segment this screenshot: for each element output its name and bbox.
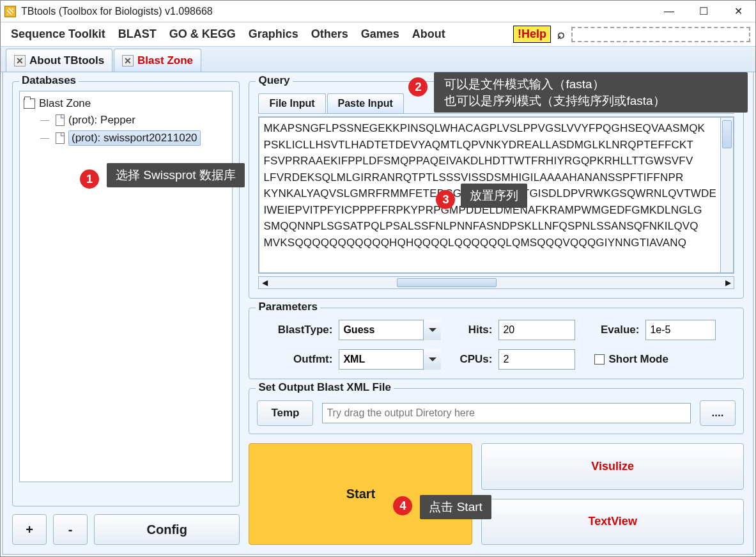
file-icon (56, 114, 65, 126)
tree-root-label: Blast Zone (39, 97, 91, 110)
menu-sequence-toolkit[interactable]: Sequence Toolkit (6, 25, 111, 43)
folder-icon (24, 98, 35, 109)
left-column: Databases Blast Zone (prot): Pepper (12, 81, 240, 545)
annotation-4: 点击 Start (420, 495, 491, 519)
right-column: Query File Input Paste Input MKAPSNGFLPS… (249, 81, 744, 545)
scroll-right-icon[interactable]: ▶ (722, 278, 734, 287)
parameters-panel: Parameters BlastType: Hits: Evalue: Outf… (249, 308, 744, 379)
annotation-1: 选择 Swissprot 数据库 (107, 163, 245, 187)
menu-graphics[interactable]: Graphics (243, 25, 304, 43)
horizontal-scrollbar[interactable]: ◀ ▶ (258, 276, 734, 289)
tab-label: Blast Zone (137, 54, 193, 67)
titlebar: TBtools (Toolbox for Biologists) v1.0986… (1, 1, 755, 22)
config-button[interactable]: Config (94, 514, 240, 545)
temp-button[interactable]: Temp (257, 400, 313, 426)
database-tree[interactable]: Blast Zone (prot): Pepper (prot): swissp… (19, 91, 233, 482)
database-buttons: + - Config (12, 514, 240, 545)
parameters-title: Parameters (256, 301, 320, 313)
app-window: TBtools (Toolbox for Biologists) v1.0986… (0, 0, 756, 557)
file-icon (56, 132, 65, 144)
databases-title: Databases (19, 74, 79, 87)
menu-others[interactable]: Others (306, 25, 353, 43)
menu-blast[interactable]: BLAST (113, 25, 162, 43)
menu-go-kegg[interactable]: GO & KEGG (164, 25, 241, 43)
tab-about-tbtools[interactable]: ✕ About TBtools (6, 49, 112, 72)
window-controls: — ☐ ✕ (652, 1, 755, 22)
tree-item[interactable]: (prot): Pepper (40, 112, 228, 129)
annotation-2: 可以是文件模式输入（fasta） 也可以是序列模式（支持纯序列或fasta） (434, 72, 748, 113)
tab-file-input[interactable]: File Input (258, 93, 325, 113)
hits-input[interactable] (498, 320, 575, 340)
evalue-input[interactable] (645, 320, 716, 340)
outfmt-label: Outfmt: (258, 353, 332, 366)
tree-item-label: (prot): Pepper (68, 114, 135, 127)
action-row: Start Visulize TextView (249, 443, 744, 545)
scroll-left-icon[interactable]: ◀ (259, 278, 270, 287)
blasttype-label: BlastType: (258, 324, 332, 336)
tree-item-label: (prot): swissport20211020 (68, 130, 201, 146)
menubar: Sequence Toolkit BLAST GO & KEGG Graphic… (1, 22, 755, 47)
hits-label: Hits: (447, 324, 492, 336)
add-database-button[interactable]: + (12, 514, 47, 545)
close-button[interactable]: ✕ (721, 1, 755, 22)
maximize-button[interactable]: ☐ (686, 1, 721, 22)
query-title: Query (256, 74, 292, 87)
menu-games[interactable]: Games (356, 25, 405, 43)
tab-label: About TBtools (29, 54, 104, 67)
output-panel: Set Output Blast XML File Temp .... (249, 388, 744, 434)
start-button[interactable]: Start (249, 443, 472, 545)
command-input[interactable] (571, 27, 750, 42)
checkbox-icon (594, 354, 605, 365)
menu-about[interactable]: About (407, 25, 451, 43)
annotation-3: 放置序列 (461, 184, 527, 208)
remove-database-button[interactable]: - (53, 514, 88, 545)
shortmode-checkbox[interactable]: Short Mode (594, 353, 668, 366)
annotation-badge-1: 1 (80, 169, 99, 189)
evalue-label: Evalue: (582, 324, 639, 336)
document-tabs: ✕ About TBtools ✕ Blast Zone (1, 47, 755, 72)
textview-button[interactable]: TextView (481, 499, 744, 545)
search-icon[interactable]: ⌕ (557, 27, 565, 42)
browse-button[interactable]: .... (700, 400, 736, 426)
help-button[interactable]: !Help (513, 26, 551, 43)
vertical-scrollbar[interactable] (721, 117, 734, 273)
close-icon[interactable]: ✕ (14, 55, 26, 67)
visualize-button[interactable]: Visulize (481, 443, 744, 490)
output-path-input[interactable] (322, 403, 691, 423)
tab-paste-input[interactable]: Paste Input (327, 93, 404, 113)
chevron-down-icon[interactable] (423, 320, 441, 340)
tab-blast-zone[interactable]: ✕ Blast Zone (114, 49, 201, 72)
tree-item-selected[interactable]: (prot): swissport20211020 (40, 129, 228, 148)
chevron-down-icon[interactable] (423, 349, 441, 370)
cpus-label: CPUs: (447, 353, 492, 366)
content-area: Databases Blast Zone (prot): Pepper (2, 72, 754, 555)
close-icon[interactable]: ✕ (122, 55, 134, 67)
app-icon (4, 6, 16, 17)
databases-panel: Databases Blast Zone (prot): Pepper (12, 81, 240, 506)
window-title: TBtools (Toolbox for Biologists) v1.0986… (21, 6, 213, 17)
output-title: Set Output Blast XML File (256, 381, 393, 394)
tree-root[interactable]: Blast Zone (24, 95, 228, 112)
minimize-button[interactable]: — (652, 1, 686, 22)
cpus-input[interactable] (498, 349, 575, 370)
